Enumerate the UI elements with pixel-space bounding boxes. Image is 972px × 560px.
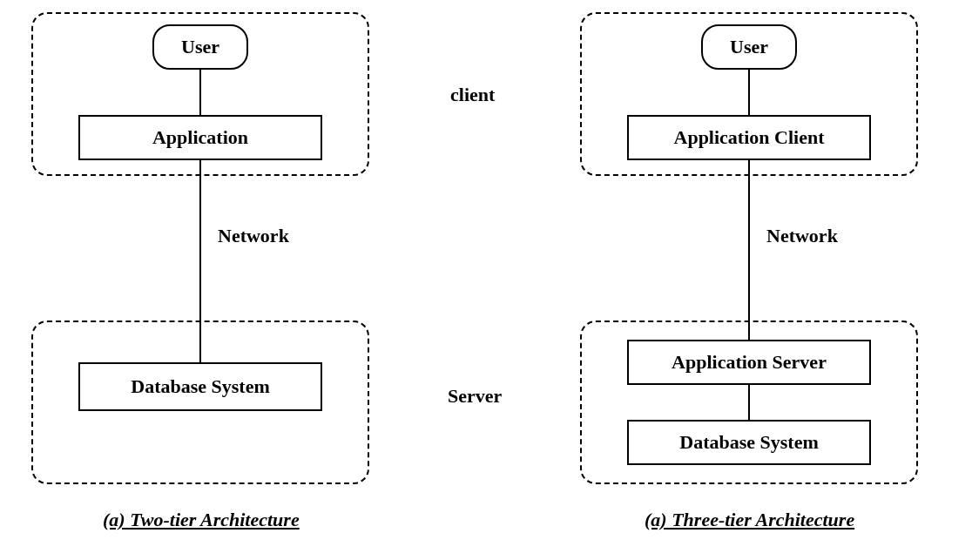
three-tier-network-connector bbox=[748, 160, 750, 340]
two-tier-caption: (a) Two-tier Architecture bbox=[103, 509, 300, 531]
two-tier-application-label: Application bbox=[152, 126, 248, 149]
three-tier-user-to-appclient-connector bbox=[748, 70, 750, 115]
diagram-canvas: User Application Database System (a) Two… bbox=[0, 0, 972, 560]
three-tier-network-label: Network bbox=[766, 225, 838, 247]
three-tier-caption: (a) Three-tier Architecture bbox=[645, 509, 854, 531]
client-tier-label: client bbox=[450, 84, 495, 106]
two-tier-database-label: Database System bbox=[131, 375, 270, 398]
three-tier-app-server-label: Application Server bbox=[672, 351, 827, 374]
three-tier-app-client-label: Application Client bbox=[674, 126, 825, 149]
three-tier-database-label: Database System bbox=[679, 431, 819, 454]
two-tier-user-node: User bbox=[152, 24, 248, 70]
two-tier-user-label: User bbox=[181, 36, 219, 58]
three-tier-database-node: Database System bbox=[627, 420, 871, 465]
three-tier-user-node: User bbox=[701, 24, 797, 70]
three-tier-user-label: User bbox=[730, 36, 768, 58]
three-tier-appserver-to-db-connector bbox=[748, 385, 750, 420]
two-tier-database-node: Database System bbox=[78, 362, 322, 411]
server-tier-label: Server bbox=[448, 385, 502, 408]
two-tier-user-to-app-connector bbox=[199, 70, 201, 115]
two-tier-application-node: Application bbox=[78, 115, 322, 160]
three-tier-app-server-node: Application Server bbox=[627, 340, 871, 385]
three-tier-app-client-node: Application Client bbox=[627, 115, 871, 160]
two-tier-network-label: Network bbox=[218, 225, 289, 247]
